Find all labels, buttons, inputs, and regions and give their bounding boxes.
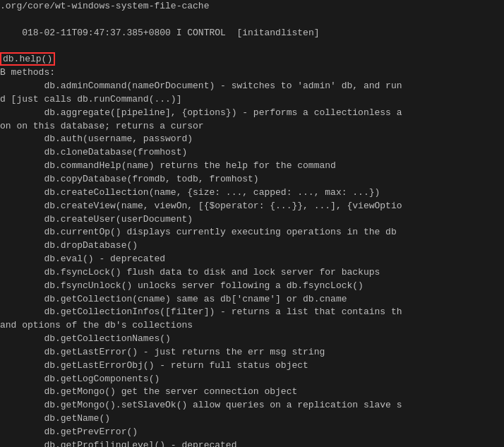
method-andoptions: and options of the db's collections [0, 319, 504, 333]
method-getprofiling: db.getProfilingLevel() - deprecated [0, 439, 504, 447]
timestamp-suffix: [initandlisten] [226, 28, 320, 38]
url-line: .org/core/wt-windows-system-file-cache [0, 0, 504, 13]
db-help-line: db.help() [0, 53, 504, 66]
method-createcol: db.createCollection(name, {size: ..., ca… [0, 186, 504, 200]
method-commandhelp: db.commandHelp(name) returns the help fo… [0, 160, 504, 173]
method-getlog: db.getLogComponents() [0, 373, 504, 386]
method-auth: db.auth(username, password) [0, 133, 504, 146]
timestamp-prefix: 018-02-11T09:47:37.385+0800 I [22, 28, 187, 38]
method-getmongo: db.getMongo() get the server connection … [0, 386, 504, 399]
terminal-window: .org/core/wt-windows-system-file-cache 0… [0, 0, 504, 447]
method-createuser: db.createUser(userDocument) [0, 213, 504, 227]
timestamp-line: 018-02-11T09:47:37.385+0800 I CONTROL [i… [0, 13, 504, 54]
method-getcolinfos: db.getCollectionInfos([filter]) - return… [0, 306, 504, 319]
method-drop: db.dropDatabase() [0, 239, 504, 253]
method-aggregate: db.aggregate([pipeline], {options}) - pe… [0, 107, 504, 120]
method-getcol: db.getCollection(cname) same as db['cnam… [0, 293, 504, 306]
method-currentop: db.currentOp() displays currently execut… [0, 226, 504, 239]
method-getmongoslave: db.getMongo().setSlaveOk() allow queries… [0, 399, 504, 412]
method-aggregate2: on on this database; returns a cursor [0, 120, 504, 133]
method-eval: db.eval() - deprecated [0, 253, 504, 266]
db-help-highlighted: db.help() [0, 52, 55, 66]
method-clone: db.cloneDatabase(fromhost) [0, 146, 504, 160]
method-admin: db.adminCommand(nameOrDocument) - switch… [0, 80, 504, 93]
method-copy: db.copyDatabase(fromdb, todb, fromhost) [0, 173, 504, 186]
method-getlasterr: db.getLastError() - just returns the err… [0, 346, 504, 359]
method-getlasterrobj: db.getLastErrorObj() - return full statu… [0, 359, 504, 373]
db-methods-header: B methods: [0, 66, 504, 80]
method-fsync: db.fsyncLock() flush data to disk and lo… [0, 266, 504, 280]
method-createview: db.createView(name, viewOn, [{$operator:… [0, 200, 504, 213]
control-label: CONTROL [187, 28, 226, 38]
method-getname: db.getName() [0, 412, 504, 426]
method-fsyncunlock: db.fsyncUnlock() unlocks server followin… [0, 280, 504, 293]
method-getcolnames: db.getCollectionNames() [0, 333, 504, 346]
method-getpreverr: db.getPrevError() [0, 426, 504, 439]
method-run: d [just calls db.runCommand(...)] [0, 93, 504, 107]
